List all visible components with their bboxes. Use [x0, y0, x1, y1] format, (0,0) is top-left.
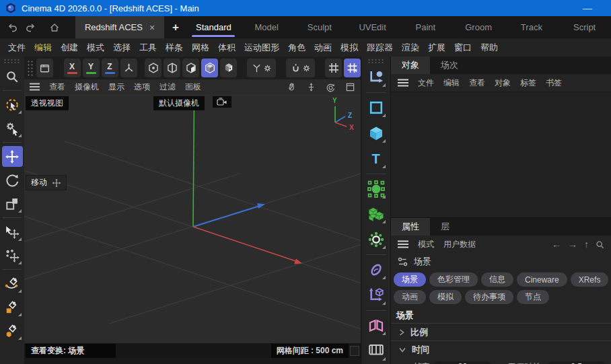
points-mode-button[interactable]: [145, 59, 161, 77]
category-xrefs-button[interactable]: XRefs: [571, 272, 609, 287]
duration-input[interactable]: 0.5: [547, 361, 606, 364]
create-deformer-button[interactable]: [365, 259, 387, 281]
model-mode-button[interactable]: [201, 59, 218, 77]
vp-menu-view[interactable]: 查看: [49, 81, 65, 93]
menu-mograph[interactable]: 运动图形: [244, 42, 279, 54]
nav-up-button[interactable]: ↑: [584, 239, 589, 250]
tweak-tool-button[interactable]: [2, 118, 23, 139]
menu-spline[interactable]: 样条: [166, 42, 183, 54]
create-null-axis-button[interactable]: [365, 285, 387, 306]
om-menu-edit[interactable]: 编辑: [443, 77, 460, 89]
am-menu-mode[interactable]: 模式: [418, 239, 434, 250]
menu-tracker[interactable]: 跟踪器: [367, 42, 393, 54]
menu-volume[interactable]: 体积: [218, 42, 236, 54]
minimize-button[interactable]: —: [583, 3, 592, 13]
menu-simulate[interactable]: 模拟: [340, 42, 358, 54]
fps-input[interactable]: 30: [433, 361, 492, 364]
section-time[interactable]: 时间: [391, 341, 611, 359]
category-todo-button[interactable]: 待办事项: [465, 290, 513, 304]
create-simulation-button[interactable]: [365, 229, 387, 250]
menu-select[interactable]: 选择: [113, 42, 131, 54]
create-text-button[interactable]: T: [365, 148, 387, 170]
lock-y-axis-button[interactable]: Y: [83, 59, 100, 77]
rectangle-spline-button[interactable]: [2, 297, 23, 318]
orbit-camera-button[interactable]: [326, 82, 336, 92]
viewport-corner-icon[interactable]: [350, 346, 359, 356]
category-info-button[interactable]: 信息: [481, 272, 513, 287]
viewport-canvas[interactable]: 透视视图 默认摄像机 Y Z X 移动: [24, 94, 361, 343]
layout-tab-groom[interactable]: Groom: [452, 16, 505, 38]
undo-button[interactable]: [4, 16, 22, 38]
create-volume-button[interactable]: [365, 204, 387, 225]
pan-camera-button[interactable]: [287, 82, 297, 92]
document-tab[interactable]: Redshift ACES ×: [75, 16, 164, 38]
multi-transform-button[interactable]: [2, 245, 23, 266]
am-search-icon[interactable]: [596, 240, 604, 249]
am-hamburger-icon[interactable]: [398, 240, 408, 248]
tab-attributes[interactable]: 属性: [391, 218, 430, 235]
vp-menu-display[interactable]: 显示: [108, 81, 124, 93]
menu-file[interactable]: 文件: [8, 42, 26, 54]
menu-mesh[interactable]: 网格: [192, 42, 209, 54]
category-nodes-button[interactable]: 节点: [517, 290, 549, 304]
menu-character[interactable]: 角色: [288, 42, 306, 54]
menu-create[interactable]: 创建: [61, 42, 78, 54]
move-tool-button[interactable]: [2, 146, 23, 167]
category-color-management-button[interactable]: 色彩管理: [429, 272, 478, 287]
menu-extensions[interactable]: 扩展: [428, 42, 445, 54]
menu-window[interactable]: 窗口: [454, 42, 472, 54]
texture-mode-button[interactable]: [220, 59, 237, 77]
menu-animate[interactable]: 动画: [314, 42, 332, 54]
find-search-button[interactable]: [2, 66, 23, 87]
add-tab-button[interactable]: +: [164, 16, 187, 38]
menu-mode[interactable]: 模式: [87, 42, 104, 54]
layout-tab-sculpt[interactable]: Sculpt: [293, 16, 347, 38]
layout-tab-paint[interactable]: Paint: [399, 16, 452, 38]
vp-menu-camera[interactable]: 摄像机: [75, 81, 99, 93]
category-animation-button[interactable]: 动画: [394, 290, 426, 304]
polygons-mode-button[interactable]: [182, 59, 199, 77]
vp-menu-panel[interactable]: 面板: [185, 81, 201, 93]
vp-menu-filter[interactable]: 过滤: [159, 81, 176, 93]
object-list-area[interactable]: [391, 92, 611, 218]
planar-workplane-button[interactable]: [344, 59, 361, 77]
om-menu-tags[interactable]: 标签: [520, 77, 536, 89]
viewport-hamburger-icon[interactable]: [30, 83, 40, 91]
camera-name-label[interactable]: 默认摄像机: [153, 96, 205, 110]
tab-takes[interactable]: 场次: [430, 57, 469, 74]
layout-tab-track[interactable]: Track: [505, 16, 559, 38]
home-button[interactable]: [46, 16, 63, 38]
category-cineware-button[interactable]: Cineware: [517, 272, 567, 287]
palette-grip-handle[interactable]: [3, 59, 21, 64]
transform-tool-button[interactable]: [2, 221, 23, 242]
edges-mode-button[interactable]: [164, 59, 180, 77]
polygon-spline-button[interactable]: [2, 320, 23, 341]
om-menu-bookmarks[interactable]: 书签: [546, 77, 562, 89]
rotate-tool-button[interactable]: [2, 170, 23, 190]
redo-button[interactable]: [22, 16, 39, 38]
create-spline-primitive-button[interactable]: [365, 97, 387, 118]
snap-settings-button[interactable]: [286, 59, 315, 77]
menu-help[interactable]: 帮助: [480, 42, 498, 54]
vp-menu-options[interactable]: 选项: [134, 81, 150, 93]
om-menu-file[interactable]: 文件: [418, 77, 434, 89]
layout-tab-script[interactable]: Script: [558, 16, 611, 38]
om-menu-object[interactable]: 对象: [495, 77, 511, 89]
layout-tab-model[interactable]: Model: [240, 16, 293, 38]
am-menu-userdata[interactable]: 用户数据: [443, 239, 476, 250]
tab-objects[interactable]: 对象: [391, 57, 430, 74]
lock-x-axis-button[interactable]: X: [64, 59, 81, 77]
workplane-button[interactable]: [325, 59, 342, 77]
lock-z-axis-button[interactable]: Z: [102, 59, 118, 77]
live-selection-button[interactable]: [2, 94, 23, 115]
create-cube-primitive-button[interactable]: [365, 122, 387, 144]
section-scale[interactable]: 比例: [391, 324, 611, 341]
menu-edit[interactable]: 编辑: [34, 42, 52, 54]
create-generator-button[interactable]: [365, 178, 387, 200]
view-name-label[interactable]: 透视视图: [26, 96, 69, 110]
create-symmetry-button[interactable]: [365, 315, 387, 336]
toolbar-grip-handle[interactable]: [27, 60, 33, 76]
maximize-view-button[interactable]: [345, 82, 355, 92]
palette-grip-handle[interactable]: [367, 59, 385, 64]
create-camera-button[interactable]: [365, 340, 387, 362]
